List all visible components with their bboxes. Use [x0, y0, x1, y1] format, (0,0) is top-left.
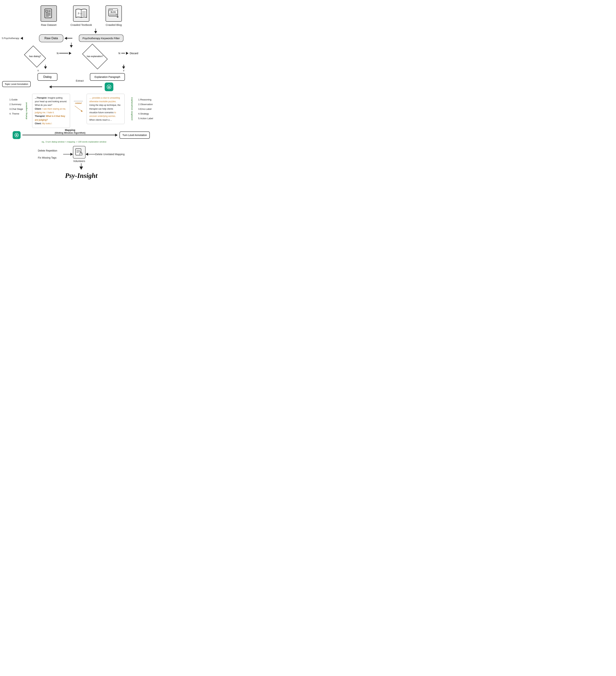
annotation-reasoning: 1.Reasoning: [138, 97, 153, 102]
dialog-segment-label: dialog segment: [25, 102, 28, 119]
arrow-right-mapping: [115, 134, 118, 136]
has-dialog-diamond: has dialog?: [24, 48, 46, 65]
arrow-left-from-volunteers: [85, 153, 88, 156]
y-left: Y: [37, 65, 54, 72]
annotation-observation: 2.Observation: [138, 102, 153, 107]
y-label-left: Y: [37, 69, 39, 72]
annotation-guide: 1.Guide: [9, 97, 29, 102]
raw-dataset-item: Raw Dataset: [38, 5, 60, 27]
arrow-from-blog: [29, 29, 163, 34]
left-action-labels: Delete Repetition Fix Missing Tags: [38, 148, 63, 161]
raw-data-row: 5.Psychotherapy Raw Data Psychotherapy K…: [0, 34, 163, 42]
extract-row: Topic Level Annotation Extract: [0, 82, 163, 91]
volunteers-icon: [73, 146, 85, 159]
crawled-textbook-icon: X+y: [73, 5, 89, 22]
annotation-strategy: 4.Strategy: [138, 111, 153, 116]
top-icons-row: Raw Dataset X+y Crawled Textbook: [0, 5, 163, 27]
mapping-labels: Mapping (Sliding Window Algorithm): [55, 128, 85, 134]
mapping-line: [22, 135, 115, 135]
related-badge: related: [75, 102, 81, 104]
dialog-box: Dialog: [38, 73, 57, 81]
n-label-2: N: [118, 52, 120, 55]
diamond-row: has dialog? N has explanation? N Discard: [0, 48, 163, 65]
topic-annotation-group: Topic Level Annotation: [2, 81, 31, 87]
topic-annotation-box: Topic Level Annotation: [2, 81, 31, 87]
svg-text:BLOG: BLOG: [111, 11, 116, 13]
arrow-left-extract: [49, 86, 52, 88]
openai-icon-1: [105, 82, 113, 91]
mapping-row: Mapping (Sliding Window Algorithm) Turn …: [0, 131, 163, 139]
bottom-actions-row: Delete Repetition Fix Missing Tags: [0, 146, 163, 163]
n-arrow-line: [59, 53, 68, 53]
dialog-content-box: dialog segment ...Therapist: Imagine put…: [32, 94, 70, 128]
turn-level-box: Turn Level Annotation: [120, 131, 150, 139]
delete-repetition-label: Delete Repetition: [38, 148, 63, 154]
svg-point-19: [112, 9, 113, 10]
crawled-blog-label: Crawled Blog: [106, 23, 122, 27]
y-labels-row: Y Y: [0, 65, 163, 72]
explanation-content-box: .... provides a clue to unraveling other…: [86, 94, 125, 124]
raw-dataset-icon: [41, 5, 57, 22]
related-connector: related: [73, 94, 84, 112]
discard-label: Discard: [130, 52, 138, 55]
crawled-blog-icon: BLOG: [106, 5, 122, 22]
mapping-example: eg., 5 turn dialog window <-mapping -> 1…: [0, 140, 148, 144]
openai-icon-2: [13, 131, 20, 139]
svg-text:X+y: X+y: [77, 12, 82, 15]
explanation-paragraph-box: Explanation Paragraph: [90, 73, 125, 81]
extract-label: Extract: [76, 79, 84, 82]
arrow-keywords-to-raw: [64, 37, 72, 40]
crawled-textbook-label: Crawled Textbook: [71, 23, 92, 27]
svg-line-26: [75, 106, 82, 111]
arrow-line-h: [67, 38, 72, 39]
volunteers-group: Volunteers: [73, 146, 85, 163]
psychotherapy-label-group: 5.Psychotherapy: [2, 37, 23, 40]
annotation-emo-label: 3.Emo-Label: [138, 107, 153, 111]
psy-insight-title: Psy-Insight: [0, 172, 163, 179]
delete-unrelated-label: Delete Unrelated Mapping: [95, 153, 125, 156]
keywords-filter-box: Psychotherapy Keywords Filter: [79, 35, 123, 42]
y-label-right: Y: [123, 69, 125, 72]
arrow-right-n: [69, 52, 71, 55]
has-explanation-diamond: has explanation?: [82, 48, 108, 65]
arrow-right-volunteers-left: [70, 153, 73, 156]
arrow-from-volunteers-right: [85, 153, 95, 156]
arrow-left-psychotherapy: [20, 37, 23, 40]
extract-arrow-group: [49, 86, 102, 88]
extract-line: [52, 87, 102, 87]
psychotherapy-label: 5.Psychotherapy: [2, 37, 19, 40]
arrow-to-volunteers-left: [63, 153, 73, 156]
n-discard-group: N Discard: [118, 52, 138, 55]
arrow-to-psy-insight: [0, 163, 163, 170]
fix-missing-tags-label: Fix Missing Tags: [38, 155, 63, 161]
has-explanation-label: has explanation?: [87, 55, 103, 58]
y-right: Y: [122, 65, 125, 72]
explanation-segment-label: explanation segment: [130, 97, 134, 120]
mapping-arrow-group: Mapping (Sliding Window Algorithm): [22, 134, 118, 136]
arrow-right-discard: [126, 52, 128, 55]
arrow-raw-to-dialog: [0, 43, 142, 48]
annotation-action-label: 5.Action Label: [138, 116, 153, 121]
raw-data-box: Raw Data: [39, 34, 63, 42]
n-label-1: N: [57, 52, 58, 55]
related-arrow: [74, 105, 83, 112]
arrow-down-large: [79, 167, 83, 170]
mapping-label: Mapping: [55, 128, 85, 131]
n-arrow-to-explanation: N: [57, 52, 71, 55]
has-dialog-label: has dialog?: [29, 55, 41, 58]
svg-point-17: [109, 9, 110, 10]
arrow-left-keywords: [64, 37, 67, 40]
volunteers-label: Volunteers: [73, 160, 85, 163]
crawled-blog-item: BLOG Crawled Blog: [103, 5, 125, 27]
diagram-container: Raw Dataset X+y Crawled Textbook: [0, 0, 163, 190]
content-row: 1.Guide 2.Summary 3.Chat Stage 4. Theme …: [0, 94, 163, 128]
crawled-textbook-item: X+y Crawled Textbook: [70, 5, 92, 27]
svg-point-18: [111, 9, 111, 10]
mapping-sublabel: (Sliding Window Algorithm): [55, 131, 85, 134]
raw-dataset-label: Raw Dataset: [41, 23, 57, 27]
n-line: [121, 53, 125, 53]
